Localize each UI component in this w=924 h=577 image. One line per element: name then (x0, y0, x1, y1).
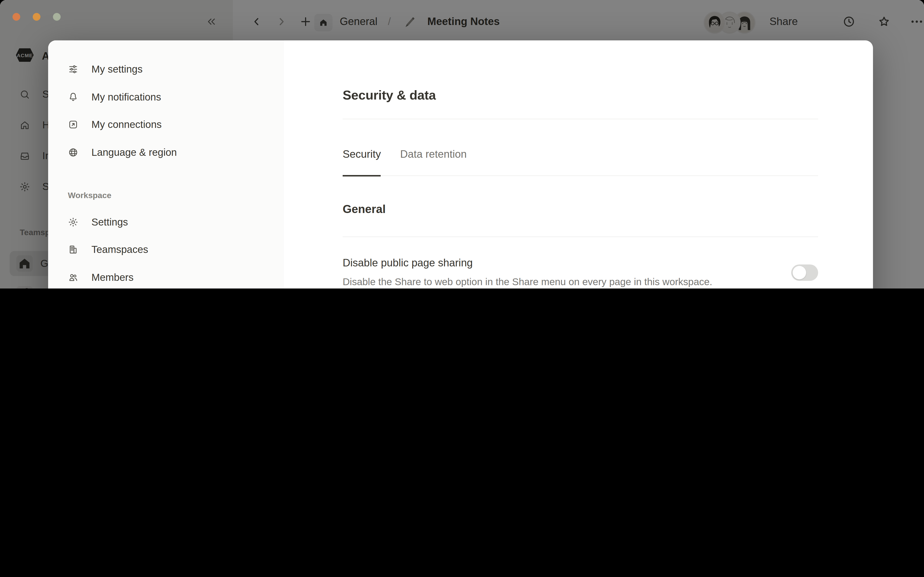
setting-row: Disable public page sharingDisable the S… (342, 255, 818, 288)
arrow-square-out-icon (68, 119, 78, 130)
people-icon (68, 272, 78, 282)
settings-dialog: My settingsMy notificationsMy connection… (48, 40, 873, 288)
settings-nav-item-members[interactable]: Members (58, 266, 280, 288)
gear-icon (68, 217, 78, 227)
settings-nav-section-header: Workspace (68, 190, 284, 201)
macos-window: ACME Acme SearchHomeInboxSettings Teamsp… (0, 0, 924, 288)
settings-sections: GeneralDisable public page sharingDisabl… (342, 201, 818, 288)
settings-nav: My settingsMy notificationsMy connection… (48, 40, 284, 288)
divider (342, 237, 818, 237)
building-icon (68, 244, 78, 255)
settings-nav-item-my-connections[interactable]: My connections (58, 113, 280, 135)
sliders-icon (68, 64, 78, 74)
settings-nav-item-my-notifications[interactable]: My notifications (58, 86, 280, 108)
settings-nav-label: My connections (91, 119, 162, 130)
settings-page-title: Security & data (342, 85, 818, 106)
globe-icon (68, 147, 78, 158)
settings-nav-label: Settings (91, 216, 128, 228)
toggle-off[interactable] (791, 264, 818, 280)
close-button[interactable] (13, 13, 20, 21)
settings-tabs: SecurityData retention (342, 147, 818, 176)
settings-nav-item-my-settings[interactable]: My settings (58, 58, 280, 80)
setting-title: Disable public page sharing (342, 255, 712, 271)
toggle-knob (793, 266, 806, 279)
settings-nav-item-teamspaces[interactable]: Teamspaces (58, 239, 280, 261)
tab-data-retention[interactable]: Data retention (400, 147, 467, 176)
traffic-lights (13, 13, 61, 21)
settings-nav-label: Members (91, 271, 134, 283)
bell-icon (68, 92, 78, 102)
settings-content: Security & data SecurityData retention G… (284, 40, 873, 288)
settings-nav-label: Language & region (91, 147, 177, 158)
section-heading: General (342, 201, 818, 218)
settings-nav-label: My settings (91, 63, 142, 75)
divider (342, 119, 818, 119)
settings-nav-item-language-region[interactable]: Language & region (58, 141, 280, 163)
settings-nav-item-settings[interactable]: Settings (58, 211, 280, 233)
settings-nav-label: My notifications (91, 91, 161, 103)
setting-description: Disable the Share to web option in the S… (342, 274, 712, 288)
minimize-button[interactable] (33, 13, 40, 21)
settings-nav-label: Teamspaces (91, 244, 148, 255)
tab-security[interactable]: Security (342, 147, 381, 176)
zoom-button[interactable] (53, 13, 61, 21)
